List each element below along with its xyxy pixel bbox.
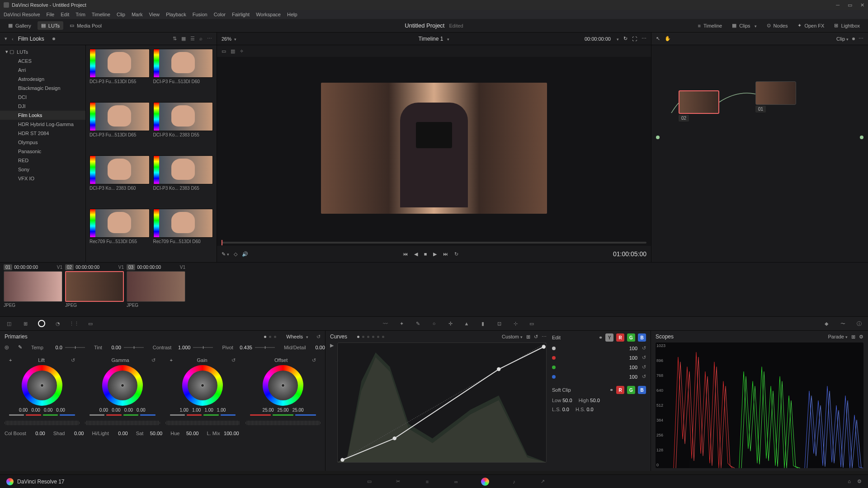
playhead[interactable]: [222, 240, 222, 245]
timeline-button[interactable]: ≡Timeline: [694, 21, 726, 30]
nodes-mode[interactable]: Clip: [836, 36, 849, 42]
channel-g-button[interactable]: G: [627, 333, 635, 342]
lut-category[interactable]: DCI: [0, 93, 85, 102]
lut-category[interactable]: Sony: [0, 165, 85, 174]
lut-thumb[interactable]: DCI-P3 Ko... 2383 D55: [153, 102, 213, 152]
sc-ls[interactable]: L.S. 0.0: [552, 407, 569, 412]
scrubber[interactable]: [217, 239, 651, 246]
clips-button[interactable]: ▦Clips: [728, 21, 760, 30]
lift-color-wheel[interactable]: [22, 365, 62, 406]
lut-thumb[interactable]: Rec709 Fu...513DI D60: [153, 209, 213, 258]
menu-item[interactable]: File: [47, 12, 55, 17]
page-dots[interactable]: [357, 336, 384, 338]
menu-item[interactable]: Fusion: [193, 12, 208, 17]
expand-icon[interactable]: ⛶: [632, 36, 637, 42]
hand-icon[interactable]: ✋: [665, 36, 671, 42]
wand-icon[interactable]: ✧: [240, 48, 244, 54]
last-frame-button[interactable]: ⏭: [443, 251, 448, 257]
lut-category[interactable]: Astrodesign: [0, 75, 85, 84]
scopes-mode[interactable]: Parade: [828, 334, 848, 339]
lmix-adjust[interactable]: L. Mix100.00: [207, 431, 239, 436]
picker-icon[interactable]: +: [170, 357, 173, 363]
media-page[interactable]: ▭: [364, 476, 375, 487]
curves-mode[interactable]: Custom: [502, 334, 523, 339]
temp-adjust[interactable]: Temp0.0: [31, 345, 85, 350]
split-icon[interactable]: ▥: [231, 48, 235, 54]
expand-icon[interactable]: ⊞: [526, 334, 530, 340]
menu-item[interactable]: Timeline: [92, 12, 110, 17]
home-icon[interactable]: ⌂: [848, 479, 851, 484]
more-icon[interactable]: ⋯: [207, 36, 212, 42]
deliver-page[interactable]: ↗: [538, 476, 548, 487]
wheel-handle[interactable]: [281, 384, 285, 387]
wheel-handle[interactable]: [121, 384, 124, 387]
channel-intensity[interactable]: 100↺: [552, 355, 646, 361]
back-button[interactable]: ‹: [12, 36, 14, 42]
lut-thumb[interactable]: DCI-P3 Fu...513DI D60: [153, 49, 213, 99]
histogram-toggle[interactable]: ▶: [330, 343, 334, 463]
reset-icon[interactable]: ↺: [642, 364, 646, 370]
blur-icon[interactable]: ▮: [478, 319, 487, 328]
sc-r-button[interactable]: R: [616, 386, 624, 394]
minimize-button[interactable]: ─: [836, 2, 840, 8]
gallery-button[interactable]: ▦Gallery: [5, 21, 35, 30]
magic-mask-icon[interactable]: ▲: [462, 319, 471, 328]
zoom-level[interactable]: 26%: [222, 36, 236, 42]
lut-category[interactable]: RED: [0, 156, 85, 165]
channel-intensity[interactable]: 100↺: [552, 374, 646, 380]
lut-category[interactable]: Panasonic: [0, 147, 85, 156]
menu-item[interactable]: DaVinci Resolve: [4, 12, 40, 17]
lift-jog[interactable]: [5, 421, 80, 425]
curves-icon[interactable]: 〰: [381, 319, 390, 328]
nodes-canvas[interactable]: 02 01: [651, 45, 868, 262]
motion-icon[interactable]: ▭: [86, 319, 95, 328]
channel-intensity[interactable]: 100↺: [552, 364, 646, 370]
lut-root[interactable]: ▾ ▢LUTs: [0, 47, 85, 56]
contrast-adjust[interactable]: Contrast1.000: [153, 345, 213, 350]
gain-jog[interactable]: [165, 421, 241, 425]
list-view-icon[interactable]: ☰: [190, 36, 195, 42]
node-output-port[interactable]: [860, 136, 863, 139]
menu-item[interactable]: Edit: [61, 12, 69, 17]
menu-item[interactable]: Playback: [166, 12, 186, 17]
channel-b-button[interactable]: B: [638, 333, 646, 342]
menu-item[interactable]: Help: [287, 12, 297, 17]
reset-icon[interactable]: ↺: [231, 357, 236, 363]
pointer-icon[interactable]: ↖: [656, 36, 660, 42]
reset-icon[interactable]: ↺: [534, 334, 538, 340]
nodes-button[interactable]: ⊙Nodes: [763, 21, 792, 30]
node-input-port[interactable]: [656, 136, 660, 139]
lut-category[interactable]: HDR Hybrid Log-Gamma: [0, 120, 85, 129]
lut-thumb[interactable]: DCI-P3 Fu...513DI D65: [90, 102, 150, 152]
hl-adjust[interactable]: Hi/Light0.00: [92, 431, 127, 436]
highlight-icon[interactable]: ▭: [222, 48, 226, 54]
hue-adjust[interactable]: Hue50.00: [170, 431, 198, 436]
settings-icon[interactable]: ⚙: [859, 334, 863, 340]
lut-category[interactable]: VFX IO: [0, 174, 85, 183]
node[interactable]: 02: [679, 90, 719, 122]
gamma-color-wheel[interactable]: [102, 365, 143, 406]
menu-item[interactable]: Fairlight: [232, 12, 250, 17]
wheel-handle[interactable]: [201, 384, 204, 387]
reset-icon[interactable]: ↺: [642, 355, 646, 361]
lut-category[interactable]: Blackmagic Design: [0, 84, 85, 93]
edit-page[interactable]: ≡: [422, 476, 433, 487]
clip[interactable]: 0200:00:00:00V1 JPEG: [65, 264, 124, 314]
more-icon[interactable]: ⋯: [642, 36, 646, 42]
channel-intensity[interactable]: 100↺: [552, 345, 646, 351]
keyframe-icon[interactable]: ◆: [822, 319, 831, 328]
menu-item[interactable]: Mark: [132, 12, 142, 17]
lut-thumb[interactable]: DCI-P3 Fu...513DI D55: [90, 49, 150, 99]
menu-item[interactable]: Trim: [75, 12, 85, 17]
menu-item[interactable]: View: [149, 12, 160, 17]
lut-thumb[interactable]: DCI-P3 Ko... 2383 D60: [90, 155, 150, 205]
link-icon[interactable]: ⚭: [609, 387, 613, 393]
search-icon[interactable]: ⌕: [199, 36, 203, 42]
loop-button[interactable]: ↻: [454, 251, 458, 257]
reset-icon[interactable]: ↺: [642, 374, 646, 380]
openfx-button[interactable]: ✦Open FX: [794, 21, 828, 30]
tint-adjust[interactable]: Tint0.00: [94, 345, 144, 350]
pivot-adjust[interactable]: Pivot0.435: [222, 345, 274, 350]
gain-color-wheel[interactable]: [182, 365, 223, 406]
reset-icon[interactable]: ↺: [71, 357, 75, 363]
